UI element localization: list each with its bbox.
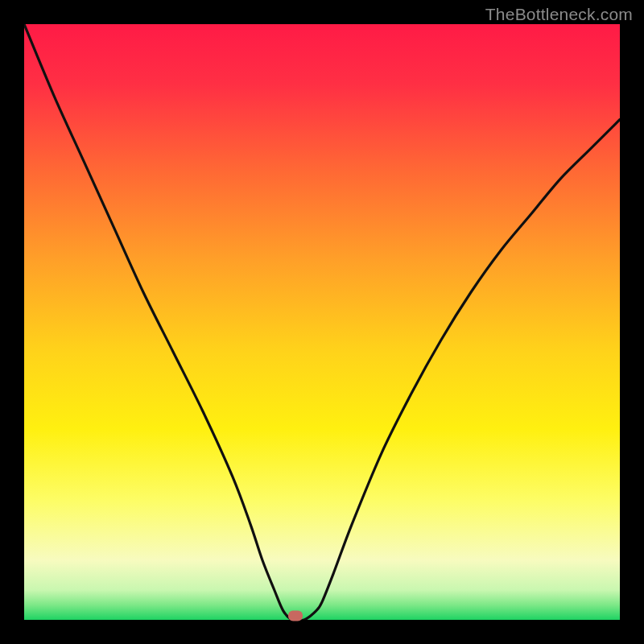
chart-frame: TheBottleneck.com bbox=[0, 0, 644, 644]
bottleneck-curve bbox=[24, 24, 620, 620]
optimum-marker bbox=[288, 610, 303, 621]
curve-layer bbox=[24, 24, 620, 620]
watermark-text: TheBottleneck.com bbox=[485, 5, 633, 24]
plot-area bbox=[24, 24, 620, 620]
